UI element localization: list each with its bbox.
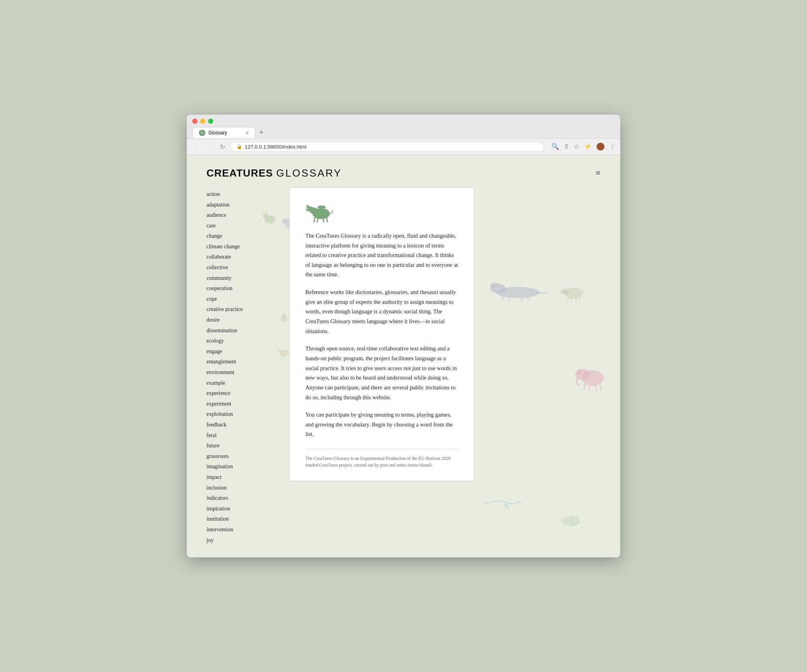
refresh-button[interactable]: ↻: [218, 142, 227, 151]
extensions-icon[interactable]: ⚡: [584, 143, 592, 151]
sidebar-item[interactable]: imagination: [206, 462, 281, 472]
sidebar-item[interactable]: care: [206, 221, 281, 231]
bookmark-icon[interactable]: ☆: [574, 143, 579, 151]
share-icon[interactable]: ⇧: [564, 143, 569, 151]
card-body: The CreaTures Glossary is a radically op…: [305, 231, 458, 439]
forward-button[interactable]: →: [205, 142, 214, 151]
sidebar-item[interactable]: example: [206, 378, 281, 389]
site-logo: CREATURES GLOSSARY: [206, 167, 342, 179]
sidebar-item[interactable]: entanglement: [206, 357, 281, 367]
sidebar-item[interactable]: inclusion: [206, 483, 281, 493]
new-tab-button[interactable]: +: [256, 127, 267, 138]
tab-label: Glossary: [208, 130, 227, 136]
browser-chrome: G Glossary × +: [187, 115, 620, 139]
tab-close-button[interactable]: ×: [245, 130, 249, 136]
sidebar-item[interactable]: indicators: [206, 493, 281, 504]
svg-line-56: [314, 218, 315, 222]
svg-point-60: [307, 208, 308, 209]
sidebar-item[interactable]: creative practice: [206, 304, 281, 315]
svg-line-57: [317, 218, 318, 222]
sidebar-item[interactable]: engage: [206, 346, 281, 357]
minimize-button[interactable]: [200, 119, 205, 124]
sidebar-item[interactable]: collaborate: [206, 252, 281, 262]
sidebar-item[interactable]: collective: [206, 262, 281, 273]
sidebar-item[interactable]: audience: [206, 210, 281, 221]
main-panel: The CreaTures Glossary is a radically op…: [289, 187, 601, 545]
sidebar-item[interactable]: ecology: [206, 336, 281, 346]
sidebar-nav: actionadaptationaudiencecarechangeclimat…: [206, 187, 281, 545]
sidebar-item[interactable]: cope: [206, 294, 281, 305]
card-footer: The CreaTures Glossary is an Experimenta…: [305, 449, 458, 469]
sidebar-item[interactable]: inspiration: [206, 504, 281, 514]
browser-toolbar-icons: 🔍 ⇧ ☆ ⚡ ⋮: [551, 143, 615, 151]
tab-favicon: G: [199, 130, 205, 136]
sidebar-item[interactable]: feral: [206, 430, 281, 441]
page-content: CREATURES GLOSSARY ≡ actionadaptationaud…: [187, 155, 620, 557]
sidebar-item[interactable]: environment: [206, 367, 281, 378]
sidebar-item[interactable]: cooperation: [206, 283, 281, 294]
url-bar[interactable]: 🔒 127.0.0.1:58650/index.html: [231, 142, 544, 152]
sidebar-item[interactable]: change: [206, 231, 281, 242]
intro-para-3: Through open source, real-time collabora…: [305, 344, 458, 402]
intro-para-2: Reference works like dictionaries, gloss…: [305, 287, 458, 336]
window-controls: [192, 119, 615, 124]
sidebar-item[interactable]: action: [206, 189, 281, 200]
page-header: CREATURES GLOSSARY ≡: [206, 167, 601, 179]
sidebar-item[interactable]: institution: [206, 514, 281, 525]
sidebar-item[interactable]: feedback: [206, 420, 281, 430]
maximize-button[interactable]: [208, 119, 213, 124]
glossary-intro-card: The CreaTures Glossary is a radically op…: [289, 187, 474, 481]
menu-icon[interactable]: ⋮: [609, 143, 615, 151]
sidebar-item[interactable]: impact: [206, 472, 281, 483]
sidebar-item[interactable]: intervention: [206, 525, 281, 535]
sidebar-item[interactable]: future: [206, 441, 281, 451]
intro-para-1: The CreaTures Glossary is a radically op…: [305, 231, 458, 279]
search-icon[interactable]: 🔍: [551, 143, 559, 151]
sidebar-item[interactable]: desire: [206, 315, 281, 326]
profile-icon[interactable]: [597, 143, 604, 151]
url-text: 127.0.0.1:58650/index.html: [245, 144, 307, 150]
svg-line-59: [327, 218, 327, 222]
sidebar-item[interactable]: dissemination: [206, 326, 281, 336]
logo-bold-part: CREATURES: [206, 167, 273, 179]
back-button[interactable]: ←: [192, 142, 201, 151]
logo-light-part: GLOSSARY: [276, 167, 342, 179]
active-tab[interactable]: G Glossary ×: [192, 127, 255, 138]
main-layout: actionadaptationaudiencecarechangeclimat…: [206, 187, 601, 545]
browser-window: G Glossary × + ← → ↻ 🔒 127.0.0.1:58650/i…: [187, 115, 620, 557]
camel-illustration: [305, 199, 337, 223]
sidebar-item[interactable]: grassroots: [206, 451, 281, 462]
hamburger-menu[interactable]: ≡: [596, 169, 601, 177]
sidebar-item[interactable]: community: [206, 273, 281, 284]
intro-para-4: You can participate by giving meaning to…: [305, 410, 458, 439]
sidebar-item[interactable]: adaptation: [206, 200, 281, 210]
close-button[interactable]: [192, 119, 197, 124]
sidebar-item[interactable]: climate change: [206, 242, 281, 252]
sidebar-item[interactable]: experience: [206, 388, 281, 399]
sidebar-item[interactable]: exploitation: [206, 409, 281, 420]
sidebar-item[interactable]: joy: [206, 535, 281, 546]
address-bar: ← → ↻ 🔒 127.0.0.1:58650/index.html 🔍 ⇧ ☆…: [187, 139, 620, 155]
tab-bar: G Glossary × +: [192, 127, 615, 138]
sidebar-item[interactable]: experiment: [206, 399, 281, 410]
lock-icon: 🔒: [236, 144, 242, 149]
